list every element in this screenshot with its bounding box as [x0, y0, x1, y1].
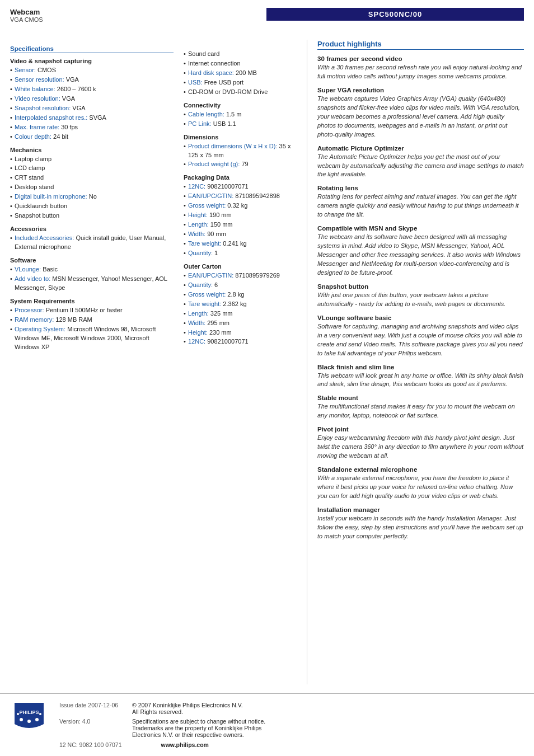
- svg-point-5: [17, 713, 19, 715]
- list-item: Tare weight: 0.241 kg: [184, 240, 299, 249]
- list-item: Sensor: CMOS: [10, 66, 174, 76]
- list-item: Digital built-in microphone: No: [10, 192, 174, 202]
- list-item: Width: 295 mm: [184, 319, 299, 328]
- list-item: RAM memory: 128 MB RAM: [10, 316, 174, 325]
- highlight-mount-title: Stable mount: [317, 395, 524, 401]
- list-item: Height: 190 mm: [184, 211, 299, 220]
- product-highlights-title: Product highlights: [317, 40, 524, 50]
- list-item: Height: 230 mm: [184, 328, 299, 338]
- footer-issue-label: Issue date 2007-12-06: [59, 702, 132, 715]
- highlight-vlounge-text: Software for capturing, managing and arc…: [317, 322, 524, 358]
- page: Webcam VGA CMOS SPC500NC/00 Specificatio…: [0, 0, 534, 756]
- product-id-bar: SPC500NC/00: [266, 8, 524, 21]
- highlight-svga-title: Super VGA resolution: [317, 87, 524, 93]
- svg-point-6: [39, 713, 41, 715]
- video-section-title: Video & snapshot capturing: [10, 58, 174, 64]
- video-list: Sensor: CMOS Sensor resolution: VGA Whit…: [10, 66, 174, 142]
- footer-nc: 12 NC: 9082 100 07071 www.philips.com: [59, 741, 524, 748]
- mechanics-list: Laptop clamp LCD clamp CRT stand Desktop…: [10, 155, 174, 222]
- list-item: Quicklaunch button: [10, 202, 174, 212]
- extra-list: Sound card Internet connection Hard disk…: [184, 50, 299, 97]
- accessories-list: Included Accessories: Quick install guid…: [10, 234, 174, 252]
- highlight-black-title: Black finish and slim line: [317, 364, 524, 370]
- highlight-snapshot-title: Snapshot button: [317, 283, 524, 290]
- footer-meta: Issue date 2007-12-06 © 2007 Koninklijke…: [59, 702, 524, 748]
- list-item: Gross weight: 2.8 kg: [184, 290, 299, 300]
- main-content: Specifications Video & snapshot capturin…: [0, 30, 534, 684]
- list-item: PC Link: USB 1.1: [184, 120, 299, 129]
- highlight-install-title: Installation manager: [317, 506, 524, 513]
- highlight-lens-title: Rotating lens: [317, 185, 524, 191]
- list-item: Video resolution: VGA: [10, 95, 174, 104]
- footer-logo: PHILIPS: [10, 702, 49, 734]
- packaging-section-title: Packaging Data: [184, 174, 299, 181]
- highlight-mount-text: The multifunctional stand makes it easy …: [317, 402, 524, 420]
- highlight-install-text: Install your webcam in seconds with the …: [317, 514, 524, 541]
- list-item: Length: 150 mm: [184, 220, 299, 230]
- accessories-section-title: Accessories: [10, 226, 174, 232]
- packaging-list: 12NC: 908210007071 EAN/UPC/GTIN: 8710895…: [184, 182, 299, 259]
- list-item: EAN/UPC/GTIN: 8710895942898: [184, 192, 299, 201]
- list-item: Included Accessories: Quick install guid…: [10, 234, 174, 252]
- page-title: Webcam: [10, 8, 266, 16]
- list-item: VLounge: Basic: [10, 265, 174, 275]
- sysreq-section-title: System Requirements: [10, 298, 174, 304]
- software-section-title: Software: [10, 257, 174, 264]
- list-item: Add video to: MSN Messenger, Yahoo! Mess…: [10, 275, 174, 293]
- page-subtitle: VGA CMOS: [10, 16, 266, 23]
- footer-url: www.philips.com: [161, 741, 209, 748]
- list-item: EAN/UPC/GTIN: 8710895979269: [184, 271, 299, 281]
- list-item: 12NC: 908210007071: [184, 337, 299, 347]
- software-list: VLounge: Basic Add video to: MSN Messeng…: [10, 265, 174, 293]
- list-item: 12NC: 908210007071: [184, 182, 299, 192]
- list-item: Quantity: 6: [184, 281, 299, 290]
- list-item: Product dimensions (W x H x D): 35 x 125…: [184, 142, 299, 161]
- list-item: Tare weight: 2.362 kg: [184, 300, 299, 309]
- list-item: LCD clamp: [10, 164, 174, 173]
- specifications-title: Specifications: [10, 45, 174, 53]
- outer-carton-list: EAN/UPC/GTIN: 8710895979269 Quantity: 6 …: [184, 271, 299, 348]
- list-item: Snapshot resolution: VGA: [10, 104, 174, 114]
- list-item: Snapshot button: [10, 212, 174, 221]
- highlight-pivot-title: Pivot joint: [317, 426, 524, 433]
- highlight-apo-title: Automatic Picture Optimizer: [317, 145, 524, 152]
- list-item: USB: Free USB port: [184, 78, 299, 88]
- footer-issue-row: Issue date 2007-12-06 © 2007 Koninklijke…: [59, 702, 524, 715]
- list-item: Max. frame rate: 30 fps: [10, 123, 174, 133]
- highlight-lens-text: Rotating lens for perfect aiming and nat…: [317, 192, 524, 219]
- page-title-block: Webcam VGA CMOS: [10, 8, 266, 30]
- list-item: Quantity: 1: [184, 249, 299, 259]
- mechanics-section-title: Mechanics: [10, 147, 174, 153]
- middle-column: Sound card Internet connection Hard disk…: [184, 40, 307, 684]
- footer-version-label: Version: 4.0: [59, 718, 132, 738]
- product-id-area: SPC500NC/00: [266, 8, 524, 26]
- dimensions-list: Product dimensions (W x H x D): 35 x 125…: [184, 142, 299, 170]
- highlight-svga-text: The webcam captures Video Graphics Array…: [317, 95, 524, 139]
- highlight-msn-text: The webcam and its software have been de…: [317, 233, 524, 278]
- svg-point-4: [35, 718, 39, 721]
- dimensions-section-title: Dimensions: [184, 134, 299, 140]
- connectivity-section-title: Connectivity: [184, 102, 299, 109]
- highlight-mic-text: With a separate external microphone, you…: [317, 474, 524, 501]
- left-column: Specifications Video & snapshot capturin…: [10, 40, 184, 684]
- highlight-apo-text: The Automatic Picture Optimizer helps yo…: [317, 153, 524, 180]
- svg-text:PHILIPS: PHILIPS: [19, 710, 39, 715]
- footer-version-row: Version: 4.0 Specifications are subject …: [59, 718, 524, 738]
- footer: PHILIPS Issue date 2007-12-06 © 2007 Kon…: [0, 693, 534, 756]
- philips-logo-svg: PHILIPS: [10, 702, 48, 732]
- connectivity-list: Cable length: 1.5 m PC Link: USB 1.1: [184, 110, 299, 129]
- list-item: Sound card: [184, 50, 299, 59]
- list-item: Laptop clamp: [10, 155, 174, 165]
- highlight-fps-title: 30 frames per second video: [317, 55, 524, 62]
- list-item: Gross weight: 0.32 kg: [184, 201, 299, 211]
- list-item: Operating System: Microsoft Windows 98, …: [10, 325, 174, 353]
- list-item: Hard disk space: 200 MB: [184, 69, 299, 78]
- list-item: Width: 90 mm: [184, 230, 299, 240]
- list-item: Colour depth: 24 bit: [10, 133, 174, 142]
- sysreq-list: Processor: Pentium II 500MHz or faster R…: [10, 306, 174, 353]
- svg-point-2: [20, 718, 23, 721]
- outer-carton-section-title: Outer Carton: [184, 263, 299, 270]
- list-item: Processor: Pentium II 500MHz or faster: [10, 306, 174, 316]
- page-header: Webcam VGA CMOS SPC500NC/00: [0, 0, 534, 30]
- highlight-vlounge-title: VLounge software basic: [317, 314, 524, 321]
